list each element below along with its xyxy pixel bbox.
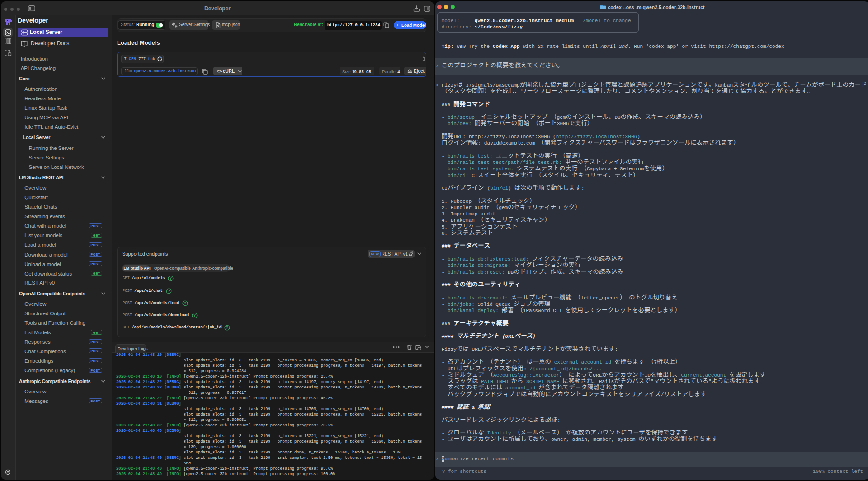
svg-text:?: ? — [184, 301, 186, 305]
svg-text:?: ? — [193, 313, 196, 318]
svg-text:?: ? — [226, 326, 228, 330]
svg-text:?: ? — [170, 276, 172, 280]
svg-text:?: ? — [168, 289, 170, 293]
